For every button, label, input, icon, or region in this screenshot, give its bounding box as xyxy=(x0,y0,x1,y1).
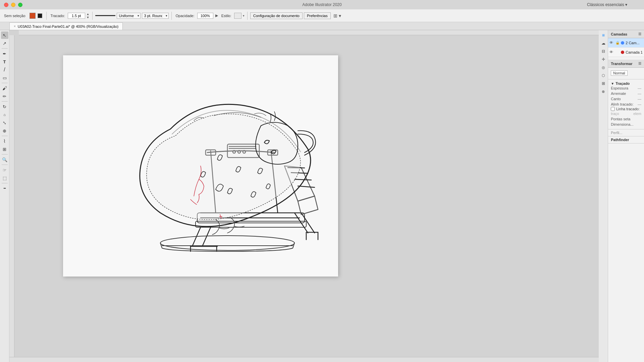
layer-lock-1[interactable]: 🔒 xyxy=(615,41,620,45)
maximize-button[interactable] xyxy=(18,3,22,7)
layer-visibility-1[interactable]: 👁 xyxy=(609,41,614,45)
arremate-label: Arremate xyxy=(611,92,626,96)
stroke-weight-stepper[interactable]: ▲▼ xyxy=(87,12,90,19)
classic-essentials-dropdown[interactable]: Clássicos essenciais ▾ xyxy=(587,2,627,7)
blend-tool[interactable]: ⊕ xyxy=(1,127,8,134)
blend-mode-value[interactable]: Normal xyxy=(611,70,627,76)
pathfinder-title: Pathfinder xyxy=(608,136,644,143)
pen-tool[interactable]: ✒ xyxy=(1,50,8,57)
ruler-top xyxy=(19,30,599,35)
zoom-tool[interactable]: 🔍 xyxy=(1,156,8,163)
alinhar-row: Alinh tracado: — xyxy=(611,102,641,107)
line-tool[interactable]: / xyxy=(1,66,8,73)
layer-color-2 xyxy=(621,51,624,54)
layers-menu-icon[interactable]: ☰ xyxy=(638,32,641,36)
tool-separator-5 xyxy=(2,154,8,155)
style-dropdown-arrow[interactable]: ▾ xyxy=(243,14,245,17)
transform-panel-icon[interactable]: ✛ xyxy=(600,56,607,63)
transform-menu-icon[interactable]: ☰ xyxy=(638,62,641,65)
document-tab[interactable]: × U03A02-Traco Final-Parte01.ai* @ 400% … xyxy=(9,22,123,30)
libraries-panel-icon[interactable]: ☁ xyxy=(600,40,607,47)
expand-arrow[interactable]: ▶ xyxy=(215,13,219,18)
document-settings-button[interactable]: Configuração de documento xyxy=(250,12,303,19)
transform-title: Transformar xyxy=(611,62,632,66)
paintbrush-tool[interactable]: 🖌 xyxy=(1,84,8,92)
stroke-fill-swatches[interactable] xyxy=(28,12,44,19)
close-button[interactable] xyxy=(4,3,8,7)
hand-tool[interactable]: ☞ xyxy=(1,166,8,174)
ruler-left xyxy=(9,35,14,362)
canto-row: Canto — xyxy=(611,96,641,102)
tool-separator-6 xyxy=(2,165,8,165)
stroke-color-swatch[interactable] xyxy=(30,13,36,19)
pencil-tool[interactable]: ✏ xyxy=(1,93,8,100)
layer-name-2: Camada 1 xyxy=(626,50,643,54)
arrange-icon[interactable]: ⊞ ▾ xyxy=(333,13,341,18)
warp-tool[interactable]: ⌂ xyxy=(1,111,8,118)
tab-bar: × U03A02-Traco Final-Parte01.ai* @ 400% … xyxy=(0,22,644,30)
opacity-input[interactable] xyxy=(197,13,213,19)
stroke-weight-input[interactable] xyxy=(68,13,85,19)
pontas-seta-label: Pontas seta xyxy=(611,117,630,121)
espessura-row: Espessura — xyxy=(611,85,641,91)
align-panel-icon[interactable]: ⊞ xyxy=(600,80,607,87)
appearance-panel-icon[interactable]: ◎ xyxy=(600,64,607,71)
stroke-style-dropdown[interactable]: Uniforme xyxy=(117,13,141,19)
arremate-value: — xyxy=(638,92,641,96)
toolbar: Sem seleção Tracado: ▲▼ Uniforme 3 pt. R… xyxy=(0,9,644,22)
linha-tracado-checkbox[interactable] xyxy=(611,107,615,111)
graphic-styles-icon[interactable]: ⬡ xyxy=(600,72,607,79)
scale-tool[interactable]: ⤡ xyxy=(1,119,8,126)
watermelon-slice xyxy=(140,104,311,226)
app-title: Adobe Illustrator 2020 xyxy=(302,2,341,7)
toolbox: ↖ ↗ ✒ T / ▭ 🖌 ✏ ↻ ⌂ ⤡ ⊕ ⌇ ⊞ 🔍 ☞ ⬚ ••• xyxy=(0,30,9,362)
stroke-round-dropdown[interactable]: 3 pt. Round xyxy=(142,13,169,19)
pathfinder-panel-icon[interactable]: ⊗ xyxy=(600,88,607,95)
eyedropper-tool[interactable]: ⌇ xyxy=(1,137,8,145)
style-swatch[interactable] xyxy=(234,13,241,19)
rectangle-tool[interactable]: ▭ xyxy=(1,74,8,81)
stroke-collapse-icon[interactable]: ▼ xyxy=(611,82,614,85)
stroke-round-select[interactable]: 3 pt. Round xyxy=(142,13,169,19)
transform-panel-header: Transformar ☰ xyxy=(608,60,644,68)
scale-base xyxy=(160,236,294,251)
sep2 xyxy=(92,12,93,20)
selection-tool[interactable]: ↖ xyxy=(1,32,8,39)
stroke-section-title: ▼ Traçado xyxy=(611,81,641,85)
svg-line-5 xyxy=(202,227,211,246)
tab-title: U03A02-Traco Final-Parte01.ai* @ 400% (R… xyxy=(18,24,118,28)
tool-separator-7 xyxy=(2,183,8,183)
preferences-button[interactable]: Preferências xyxy=(304,12,331,19)
layers-panel-icon[interactable]: ≡ xyxy=(600,32,607,39)
layer-visibility-2[interactable]: 👁 xyxy=(609,50,614,55)
alinhar-value: — xyxy=(638,102,641,106)
sep3 xyxy=(171,12,172,20)
stroke-style-select[interactable]: Uniforme xyxy=(117,13,141,19)
stroke-preview xyxy=(95,15,115,16)
sep1 xyxy=(46,12,47,20)
opacidade-label: Opacidade: xyxy=(174,13,196,18)
type-tool[interactable]: T xyxy=(1,58,8,65)
layers-panel-header: Camadas ☰ xyxy=(608,30,644,38)
layer-name-1: 2 Cam... xyxy=(626,41,643,45)
right-container: ≡ ☁ ⊟ ✛ ◎ ⬡ ⊞ ⊗ Camadas ☰ 👁 🔒 2 Ca xyxy=(599,30,644,362)
tab-close-icon[interactable]: × xyxy=(14,24,16,28)
minimize-button[interactable] xyxy=(11,3,15,7)
direct-selection-tool[interactable]: ↗ xyxy=(1,40,8,47)
rotate-tool[interactable]: ↻ xyxy=(1,103,8,110)
layer-row-2[interactable]: 👁 Camada 1 xyxy=(608,48,644,57)
stroke-section-label: Traçado xyxy=(615,81,630,85)
properties-panel-icon[interactable]: ⊟ xyxy=(600,48,607,55)
selection-label: Sem seleção xyxy=(3,13,27,18)
more-tools-btn[interactable]: ••• xyxy=(1,185,8,192)
artboard-tool[interactable]: ⬚ xyxy=(1,174,8,182)
pontas-seta-row: Pontas seta xyxy=(611,116,641,122)
fill-color-swatch[interactable] xyxy=(38,13,42,18)
shape-builder-tool[interactable]: ⊞ xyxy=(1,145,8,153)
bottom-scrollbar[interactable] xyxy=(9,357,599,362)
layer-row-1[interactable]: 👁 🔒 2 Cam... xyxy=(608,38,644,48)
estilo-label: Estilo: xyxy=(220,13,233,18)
window-controls xyxy=(4,3,22,7)
artboard xyxy=(63,55,338,277)
canto-value: — xyxy=(638,97,641,101)
